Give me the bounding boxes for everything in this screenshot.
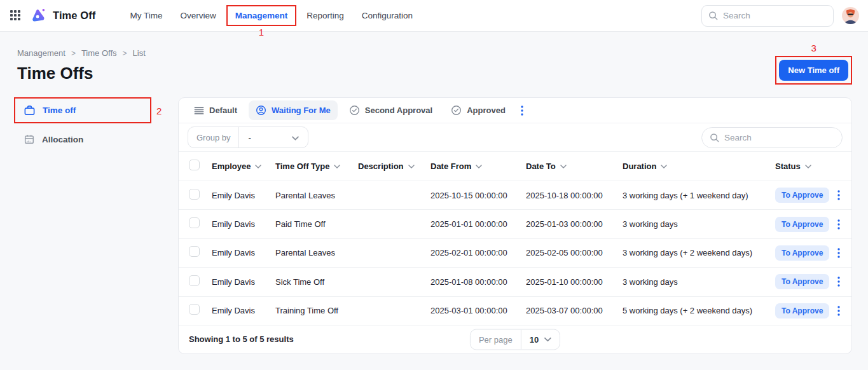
nav-item-my-time[interactable]: My Time xyxy=(121,5,171,26)
list-toolbar: Group by - xyxy=(179,123,851,152)
sidebar-item-allocation[interactable]: Allocation xyxy=(14,128,163,151)
breadcrumb-separator: > xyxy=(71,49,76,58)
page-content: Management > Time Offs > List Time Offs … xyxy=(0,32,868,354)
chevron-down-icon xyxy=(476,165,482,168)
sidebar-item-time-off[interactable]: Time off xyxy=(15,99,150,122)
nav-item-overview[interactable]: Overview xyxy=(171,5,224,26)
table-row[interactable]: Emily Davis Parental Leaves 2025-02-01 0… xyxy=(179,239,851,268)
time-off-list-card: Default Waiting For Me Second Approval xyxy=(178,97,852,354)
cell-time-off-type: Training Time Off xyxy=(275,306,358,315)
app-title: Time Off xyxy=(53,10,95,22)
tab-label: Waiting For Me xyxy=(272,106,331,115)
column-header-date-to[interactable]: Date To xyxy=(526,161,623,171)
chevron-down-icon xyxy=(292,133,299,142)
tab-approved[interactable]: Approved xyxy=(444,100,513,120)
list-lines-icon xyxy=(194,106,204,115)
new-time-off-button[interactable]: New Time off xyxy=(779,60,848,81)
user-circle-icon xyxy=(256,105,266,116)
cell-employee: Emily Davis xyxy=(212,248,275,257)
page-header-left: Management > Time Offs > List Time Offs xyxy=(17,48,146,83)
row-checkbox[interactable] xyxy=(189,217,200,228)
chevron-down-icon xyxy=(334,165,340,168)
chevron-down-icon xyxy=(408,165,415,168)
nav-item-management[interactable]: Management xyxy=(235,11,288,20)
column-header-employee[interactable]: Employee xyxy=(212,161,275,171)
list-search-input[interactable] xyxy=(724,133,834,142)
status-badge: To Approve xyxy=(775,188,829,203)
group-by-label: Group by xyxy=(188,127,238,147)
cell-date-to: 2025-10-18 00:00:00 xyxy=(526,191,623,200)
search-icon xyxy=(708,11,718,20)
cell-date-from: 2025-10-15 00:00:00 xyxy=(431,191,526,200)
cell-date-to: 2025-01-03 00:00:00 xyxy=(526,219,623,229)
chevron-down-icon xyxy=(805,165,811,168)
per-page-label: Per page xyxy=(471,329,521,349)
cell-date-from: 2025-01-08 00:00:00 xyxy=(431,277,526,287)
tab-default[interactable]: Default xyxy=(187,101,244,120)
breadcrumb-management[interactable]: Management xyxy=(17,48,65,58)
nav-item-reporting[interactable]: Reporting xyxy=(298,5,353,26)
column-header-time-off-type[interactable]: Time Off Type xyxy=(275,161,358,171)
table-footer: Showing 1 to 5 of 5 results Per page 10 xyxy=(179,325,851,353)
more-filters-kebab-icon[interactable] xyxy=(517,103,527,118)
results-summary: Showing 1 to 5 of 5 results xyxy=(189,334,294,344)
table-row[interactable]: Emily Davis Training Time Off 2025-03-01… xyxy=(179,297,851,325)
tab-label: Approved xyxy=(467,106,506,115)
global-search-input[interactable] xyxy=(723,11,827,20)
sidebar-item-label: Allocation xyxy=(42,135,83,144)
main-nav: My Time Overview Management 1 Reporting … xyxy=(121,5,422,26)
cell-date-to: 2025-03-07 00:00:00 xyxy=(526,306,623,315)
annotation-box-new-time-off: New Time off xyxy=(775,56,852,85)
table-row[interactable]: Emily Davis Sick Time Off 2025-01-08 00:… xyxy=(179,268,851,296)
tab-label: Second Approval xyxy=(365,106,432,115)
cell-employee: Emily Davis xyxy=(212,277,275,287)
column-header-date-from[interactable]: Date From xyxy=(431,161,526,171)
cell-date-from: 2025-03-01 00:00:00 xyxy=(431,306,526,315)
per-page-value: 10 xyxy=(530,334,539,344)
sidebar: Time off 2 Allocation xyxy=(14,97,163,151)
filter-tabs: Default Waiting For Me Second Approval xyxy=(179,98,851,123)
table-row[interactable]: Emily Davis Parental Leaves 2025-10-15 0… xyxy=(179,181,851,210)
breadcrumb-time-offs[interactable]: Time Offs xyxy=(81,48,117,58)
select-all-checkbox[interactable] xyxy=(189,160,200,170)
top-navigation-bar: Time Off My Time Overview Management 1 R… xyxy=(0,0,868,32)
page-title: Time Offs xyxy=(17,64,146,83)
column-header-description[interactable]: Description xyxy=(358,161,431,171)
cell-date-from: 2025-01-01 00:00:00 xyxy=(431,219,526,229)
briefcase-icon xyxy=(24,104,36,116)
table-header-row: Employee Time Off Type Description Date … xyxy=(179,152,851,181)
nav-item-configuration[interactable]: Configuration xyxy=(353,5,422,26)
tab-waiting-for-me[interactable]: Waiting For Me xyxy=(249,100,338,120)
list-search-box[interactable] xyxy=(701,127,843,148)
row-checkbox[interactable] xyxy=(189,246,200,257)
row-actions-kebab-icon[interactable] xyxy=(829,188,848,203)
table-row[interactable]: Emily Davis Paid Time Off 2025-01-01 00:… xyxy=(179,210,851,238)
group-by-value: - xyxy=(248,133,251,142)
chevron-down-icon xyxy=(255,165,261,168)
cell-duration: 5 working days (+ 2 weekend days) xyxy=(623,306,775,315)
chevron-down-icon xyxy=(560,165,567,168)
row-checkbox[interactable] xyxy=(189,189,200,200)
user-avatar[interactable] xyxy=(842,7,859,24)
annotation-number-1: 1 xyxy=(259,27,264,38)
row-actions-kebab-icon[interactable] xyxy=(829,274,848,289)
breadcrumb-list[interactable]: List xyxy=(133,48,146,58)
row-checkbox[interactable] xyxy=(189,275,200,286)
apps-grid-icon[interactable] xyxy=(10,10,22,22)
group-by-select[interactable]: Group by - xyxy=(188,127,308,148)
per-page-select[interactable]: Per page 10 xyxy=(470,329,560,350)
column-header-duration[interactable]: Duration xyxy=(623,161,775,171)
row-actions-kebab-icon[interactable] xyxy=(829,245,848,261)
search-icon xyxy=(710,133,719,142)
row-actions-kebab-icon[interactable] xyxy=(829,217,848,232)
cell-employee: Emily Davis xyxy=(212,306,275,315)
status-badge: To Approve xyxy=(775,274,829,289)
row-actions-kebab-icon[interactable] xyxy=(829,303,848,319)
chevron-down-icon xyxy=(544,337,551,341)
cell-employee: Emily Davis xyxy=(212,219,275,229)
annotation-box-management: Management 1 xyxy=(226,5,297,26)
row-checkbox[interactable] xyxy=(189,304,200,315)
global-search-box[interactable] xyxy=(701,5,834,27)
tab-second-approval[interactable]: Second Approval xyxy=(342,100,439,120)
column-header-status[interactable]: Status xyxy=(775,161,822,171)
